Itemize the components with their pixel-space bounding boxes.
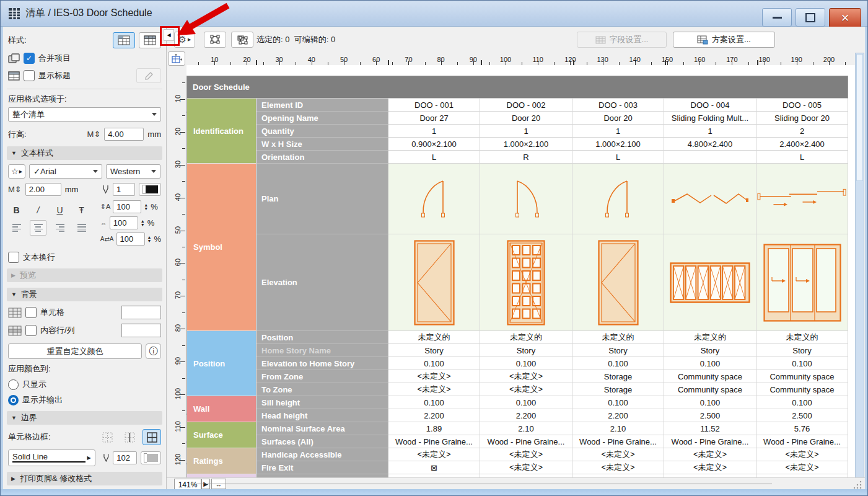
align-right-button[interactable] xyxy=(51,220,68,236)
font-size-input[interactable]: 2.00 xyxy=(25,183,61,196)
schedule-cell[interactable]: <未定义> xyxy=(664,461,756,474)
schedule-cell[interactable]: 1.000×2.100 xyxy=(480,138,572,151)
schedule-cell[interactable]: L xyxy=(388,151,480,164)
schedule-cell[interactable]: L xyxy=(756,151,848,164)
schedule-cell[interactable]: DOO - 002 xyxy=(480,99,572,112)
content-color-well[interactable] xyxy=(121,324,161,337)
schedule-cell[interactable]: <未定义> xyxy=(388,370,480,383)
schedule-cell[interactable] xyxy=(572,164,664,234)
italic-button[interactable]: / xyxy=(30,202,46,218)
schedule-cell[interactable]: 未定义的 xyxy=(572,331,664,344)
schedule-cell[interactable]: Wood - Pine Graine... xyxy=(572,435,664,448)
content-bg-checkbox[interactable] xyxy=(25,325,37,336)
schedule-cell[interactable]: 1.89 xyxy=(388,422,480,435)
align-center-button[interactable] xyxy=(30,220,46,236)
align-left-button[interactable] xyxy=(8,220,25,236)
schedule-cell[interactable]: L xyxy=(572,151,664,164)
schedule-cell[interactable]: 0.100 xyxy=(388,357,480,370)
schedule-cell[interactable]: 未定义的 xyxy=(388,331,480,344)
schedule-cell[interactable]: Door 20 xyxy=(480,112,572,125)
schedule-cell[interactable]: 0.100 xyxy=(480,357,572,370)
schedule-cell[interactable]: 未定义的 xyxy=(480,331,572,344)
schedule-cell[interactable]: Wood - Pine Graine... xyxy=(756,435,848,448)
schedule-cell[interactable] xyxy=(756,164,848,234)
schedule-cell[interactable]: R xyxy=(480,151,572,164)
schedule-cell[interactable]: Door 27 xyxy=(388,112,480,125)
field-settings-button[interactable]: 字段设置... xyxy=(577,32,667,48)
minimize-button[interactable] xyxy=(762,8,792,27)
edit-headline-button[interactable] xyxy=(136,68,161,83)
schedule-cell[interactable]: DOO - 003 xyxy=(572,99,664,112)
select-element-button[interactable] xyxy=(204,32,226,48)
schedule-cell[interactable] xyxy=(664,164,756,234)
script-select[interactable]: Western xyxy=(106,164,160,179)
schedule-cell[interactable]: 1.000×2.100 xyxy=(572,138,664,151)
schedule-cell[interactable]: Storage xyxy=(572,370,664,383)
schedule-cell[interactable]: 4.800×2.400 xyxy=(664,138,756,151)
schedule-cell[interactable]: Wood - Pine Graine... xyxy=(480,435,572,448)
schedule-cell[interactable]: DOO - 004 xyxy=(664,99,756,112)
text-wrap-checkbox[interactable] xyxy=(8,252,19,263)
style-merged-button[interactable] xyxy=(113,32,135,48)
schedule-cell[interactable]: Story xyxy=(572,344,664,357)
cells-bg-checkbox[interactable] xyxy=(25,307,37,318)
spinner-icon[interactable]: ▲▼ xyxy=(144,203,148,210)
font-pen-input[interactable]: 1 xyxy=(113,183,135,196)
schedule-cell[interactable] xyxy=(480,234,572,331)
show-headline-checkbox[interactable] xyxy=(24,70,35,81)
schedule-cell[interactable]: Community space xyxy=(664,370,756,383)
schedule-cell[interactable]: 2.200 xyxy=(480,409,572,422)
section-text-style[interactable]: ▼文本样式 xyxy=(7,146,162,160)
info-button[interactable]: ⓘ xyxy=(146,343,161,359)
schedule-cell[interactable]: 2.10 xyxy=(572,422,664,435)
border-color-swatch[interactable] xyxy=(141,451,161,464)
schedule-cell[interactable] xyxy=(388,234,480,331)
vertical-scrollbar[interactable] xyxy=(855,53,864,478)
schedule-cell[interactable]: <未定义> xyxy=(572,461,664,474)
schedule-cell[interactable]: <未定义> xyxy=(480,461,572,474)
schedule-cell[interactable]: 0.100 xyxy=(664,396,756,409)
display-output-radio[interactable] xyxy=(8,395,19,405)
schedule-cell[interactable]: 11.52 xyxy=(664,422,756,435)
spinner-icon[interactable]: ▲▼ xyxy=(141,219,145,226)
vertical-scrollbar-thumb[interactable] xyxy=(856,54,863,181)
merge-items-checkbox[interactable]: ✓ xyxy=(24,53,35,64)
schedule-cell[interactable]: Wood - Pine Graine... xyxy=(664,435,756,448)
schedule-cell[interactable] xyxy=(664,151,756,164)
underline-button[interactable]: U xyxy=(51,202,68,218)
schedule-cell[interactable]: Story xyxy=(388,344,480,357)
schedule-cell[interactable]: <未定义> xyxy=(480,370,572,383)
reset-custom-colors-button[interactable]: 重置自定义颜色 xyxy=(8,343,142,359)
row-height-input[interactable]: 4.00 xyxy=(104,128,144,141)
schedule-cell[interactable]: 1 xyxy=(572,125,664,138)
schedule-cell[interactable]: 5.76 xyxy=(756,422,848,435)
schedule-cell[interactable]: 2.500 xyxy=(756,409,848,422)
schedule-cell[interactable]: 未定义的 xyxy=(756,331,848,344)
schedule-cell[interactable]: 2.500 xyxy=(664,409,756,422)
schedule-cell[interactable]: DOO - 001 xyxy=(388,99,480,112)
schedule-cell[interactable]: 2.10 xyxy=(480,422,572,435)
favorite-style-button[interactable]: ☆▶ xyxy=(8,164,25,179)
resize-grip-icon[interactable] xyxy=(854,480,862,489)
align-justify-button[interactable] xyxy=(73,220,90,236)
line-type-select[interactable]: Solid Line ▶ xyxy=(8,450,95,466)
schedule-cell[interactable]: Sliding Door 20 xyxy=(756,112,848,125)
section-preview[interactable]: ▶预览 xyxy=(7,268,162,282)
schedule-cell[interactable]: 1 xyxy=(480,125,572,138)
section-background[interactable]: ▼背景 xyxy=(7,288,162,301)
schedule-cell[interactable]: <未定义> xyxy=(480,383,572,396)
schedule-cell[interactable]: <未定义> xyxy=(388,383,480,396)
cells-color-well[interactable] xyxy=(121,306,161,319)
schedule-cell[interactable]: Storage xyxy=(572,383,664,396)
schedule-cell[interactable]: 0.100 xyxy=(388,396,480,409)
border-vertical-button[interactable] xyxy=(120,429,139,445)
border-none-button[interactable] xyxy=(98,429,116,445)
schedule-cell[interactable]: 0.100 xyxy=(664,357,756,370)
section-border[interactable]: ▼边界 xyxy=(7,411,162,425)
schedule-cell[interactable]: Door 20 xyxy=(572,112,664,125)
schedule-cell[interactable]: 1 xyxy=(388,125,480,138)
char-width-input[interactable]: 100 xyxy=(110,216,138,229)
schedule-cell[interactable]: Wood - Pine Graine... xyxy=(388,435,480,448)
schedule-cell[interactable]: 2 xyxy=(756,125,848,138)
schedule-cell[interactable]: 2.200 xyxy=(388,409,480,422)
